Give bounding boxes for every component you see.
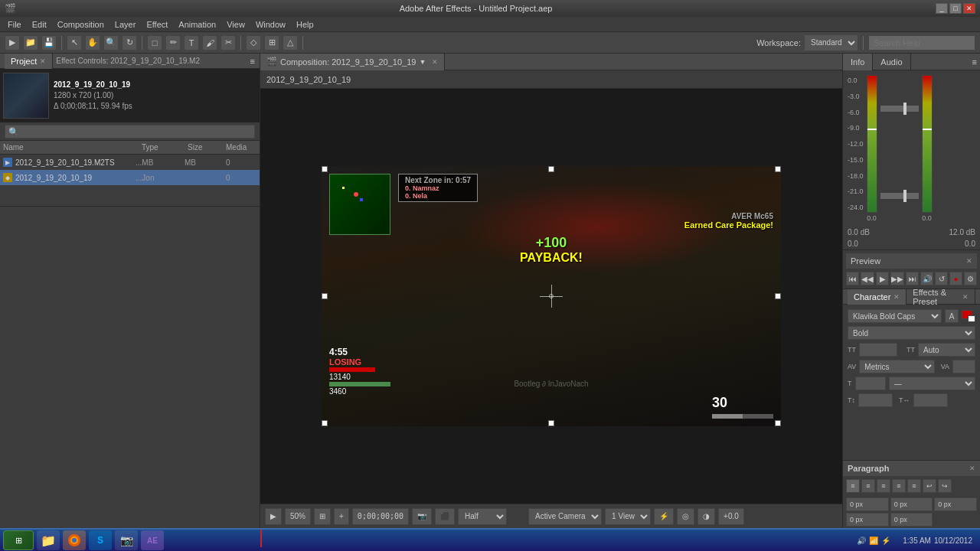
save-button[interactable]: 💾 [41,35,57,51]
audio-tab[interactable]: Audio [873,54,910,70]
vert-scale-input[interactable]: 100 % [858,393,893,407]
handle-top-mid[interactable] [548,166,554,172]
clone-tool[interactable]: ✂ [220,35,236,51]
composition-tab[interactable]: 🎬 Composition: 2012_9_19_20_10_19 ▼ ✕ [260,54,445,70]
leading-select[interactable]: Auto [918,343,975,357]
indent-input[interactable] [934,497,977,511]
audio-button[interactable]: 🔊 [920,272,933,285]
space-after-input[interactable] [890,497,933,511]
handle-top-left[interactable] [322,166,328,172]
align-tool[interactable]: ⊞ [264,35,279,51]
fast-preview[interactable]: ⚡ [654,508,674,525]
menu-window[interactable]: Window [251,18,290,31]
style-select[interactable]: Bold [848,326,975,340]
menu-animation[interactable]: Animation [174,18,220,31]
view-select[interactable]: 1 View [605,508,651,525]
paragraph-panel-close[interactable]: ✕ [969,465,975,472]
font-size-input[interactable]: 45 px [859,343,897,357]
selection-tool[interactable]: ↖ [67,35,82,51]
brush-tool[interactable]: 🖌 [202,35,217,51]
zoom-tool[interactable]: 🔍 [103,35,119,51]
menu-layer[interactable]: Layer [110,18,141,31]
text-tool[interactable]: T [184,35,199,51]
handle-mid-left[interactable] [322,293,328,299]
ltr-button[interactable]: ↪ [938,479,952,493]
audio-slider-bottom[interactable] [880,193,919,199]
minimize-button[interactable]: _ [936,3,948,14]
project-search-bar[interactable] [0,122,260,141]
project-menu-button[interactable]: ≡ [250,57,255,66]
comp-tab-close[interactable]: ✕ [432,58,438,66]
zoom-control[interactable]: 50% [285,508,311,525]
stroke-style-select[interactable]: — [889,377,976,390]
handle-bottom-right[interactable] [775,420,781,426]
go-to-start-button[interactable]: ⏮ [846,272,859,285]
handle-top-right[interactable] [775,166,781,172]
pen-tool[interactable]: ✏ [165,35,181,51]
search-help-input[interactable] [868,35,975,51]
stroke-input[interactable]: 1 px [855,377,886,390]
left-indent-input[interactable] [846,513,889,527]
project-item-1[interactable]: ◆ 2012_9_19_20_10_19 ...Jon 0 [0,170,260,185]
quality-select[interactable]: Half Full Quarter [458,508,507,525]
effects-tab-close[interactable]: ✕ [962,293,969,301]
menu-effect[interactable]: Effect [142,18,172,31]
maximize-button[interactable]: □ [949,3,962,14]
taskbar-app-skype[interactable]: S [89,530,112,550]
project-search-input[interactable] [5,125,255,139]
character-tab[interactable]: Character ✕ [848,289,906,305]
rtl-button[interactable]: ↩ [923,479,936,493]
go-to-end-button[interactable]: ⏭ [906,272,919,285]
justify-all-button[interactable]: ≡ [907,479,921,493]
menu-file[interactable]: File [3,18,26,31]
project-tab[interactable]: Project ✕ [5,54,53,69]
play-button[interactable]: ▶ [876,272,889,285]
right-indent-input[interactable] [890,513,933,527]
align-left-button[interactable]: ≡ [846,479,860,493]
tracking-select[interactable]: Metrics [859,360,934,373]
horiz-scale-input[interactable]: 100 % [913,393,948,407]
open-button[interactable]: 📁 [23,35,38,51]
justify-button[interactable]: ≡ [892,479,906,493]
menu-help[interactable]: Help [292,18,318,31]
char-tab-close[interactable]: ✕ [893,293,900,301]
guides-button[interactable]: + [334,508,349,525]
audio-slider-top[interactable] [880,106,919,112]
menu-composition[interactable]: Composition [53,18,109,31]
new-composition-button[interactable]: ▶ [5,35,20,51]
align-right-button[interactable]: ≡ [877,479,890,493]
motion-blur[interactable]: ◎ [677,508,694,525]
taskbar-app-folder[interactable]: 📁 [37,530,60,550]
project-item-0[interactable]: ▶ 2012_9_19_20_10_19.M2TS ...MB MB 0 [0,155,260,170]
handle-bottom-left[interactable] [322,420,328,426]
loop-button[interactable]: ↺ [935,272,948,285]
taskbar-app-firefox[interactable] [63,530,86,550]
hand-tool[interactable]: ✋ [85,35,100,51]
project-tab-close[interactable]: ✕ [40,57,46,65]
mask-tool[interactable]: □ [147,35,162,51]
stroke-color-swatch[interactable] [968,315,975,322]
preview-panel-close[interactable]: ✕ [966,257,972,265]
draft-mode[interactable]: ◑ [697,508,715,525]
taskbar-app-camera[interactable]: 📷 [115,530,138,550]
start-button[interactable]: ⊞ [3,530,34,550]
puppet-tool[interactable]: ◇ [246,35,261,51]
rotate-tool[interactable]: ↻ [122,35,137,51]
camera-select[interactable]: Active Camera [528,508,602,525]
step-back-button[interactable]: ◀◀ [861,272,874,285]
record-button[interactable]: ● [949,272,962,285]
font-style-icon[interactable]: A [945,309,959,323]
shape-tool[interactable]: △ [283,35,298,51]
align-center-button[interactable]: ≡ [861,479,875,493]
handle-bottom-mid[interactable] [548,420,554,426]
time-code[interactable]: 0;00;00;00 [352,508,409,525]
space-before-input[interactable] [846,497,889,511]
info-tab[interactable]: Info [843,54,873,70]
close-button[interactable]: ✕ [963,3,975,14]
taskbar-app-ae[interactable]: AE [141,530,164,550]
playhead[interactable] [260,530,262,547]
step-forward-button[interactable]: ▶▶ [890,272,904,285]
playback-controls[interactable]: ▶ [265,508,282,525]
render-button[interactable]: ⬛ [435,508,455,525]
panel-menu-button[interactable]: ≡ [969,57,980,67]
